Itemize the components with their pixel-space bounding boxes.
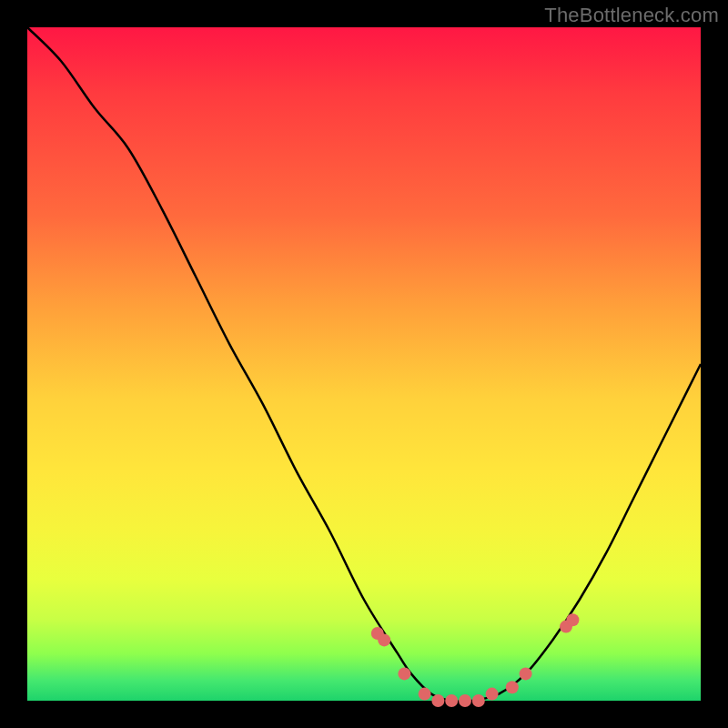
chart-frame: TheBottleneck.com: [0, 0, 728, 728]
marker-dot: [506, 681, 519, 693]
marker-dot: [520, 667, 532, 680]
marker-dot: [566, 613, 579, 626]
plot-area: [27, 27, 701, 701]
marker-dot: [431, 694, 444, 707]
marker-dot: [486, 688, 499, 701]
marker-dot: [445, 694, 458, 707]
watermark-text: TheBottleneck.com: [544, 4, 719, 27]
bottleneck-curve-path: [27, 27, 701, 702]
curve-svg: [27, 27, 701, 701]
marker-dot: [378, 633, 390, 646]
marker-dot: [419, 688, 431, 701]
marker-dot: [398, 667, 410, 680]
marker-dot: [459, 694, 471, 707]
marker-dot: [472, 694, 485, 707]
